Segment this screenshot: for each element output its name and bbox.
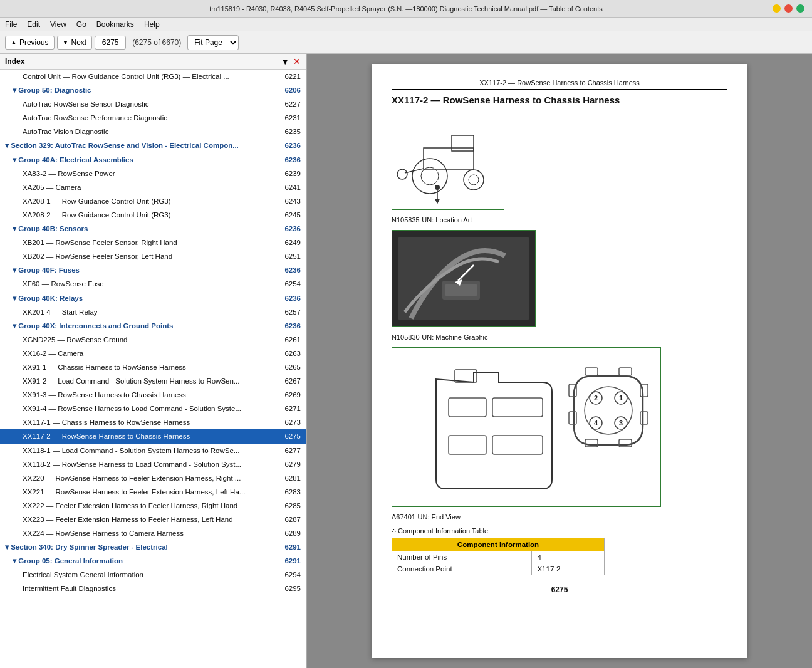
sidebar-item-page: 6271 [284,404,301,414]
sidebar-item-page: 6291 [284,542,301,552]
sidebar-item-label: XB202 — RowSense Feeler Sensor, Left Han… [23,251,279,261]
sidebar-item-page: 6254 [284,279,301,289]
sidebar-item[interactable]: ▾ Group 40F: Fuses6236 [0,263,306,277]
sidebar-item[interactable]: Control Unit — Row Guidance Control Unit… [0,70,306,83]
sidebar-item[interactable]: XX91-3 — RowSense Harness to Chassis Har… [0,388,306,402]
sidebar-item[interactable]: ▾ Group 05: General Information6291 [0,554,306,568]
main-layout: Index ▼ ✕ Control Unit — Row Guidance Co… [0,54,812,668]
sidebar-item-page: 6249 [284,237,301,248]
menu-help[interactable]: Help [144,20,160,29]
sidebar-item[interactable]: AutoTrac Vision Diagnostic6235 [0,125,306,138]
section-title: XX117-2 — RowSense Harness to Chassis Ha… [392,95,727,105]
sidebar-item-label: AutoTrac RowSense Performance Diagnostic [23,113,279,123]
sidebar-item[interactable]: XX220 — RowSense Harness to Feeler Exten… [0,471,306,485]
svg-rect-14 [445,284,477,296]
menu-bookmarks[interactable]: Bookmarks [96,20,134,29]
sidebar-item-page: 6221 [284,71,301,81]
sidebar-item[interactable]: XX221 — RowSense Harness to Feeler Exten… [0,485,306,499]
sidebar-item-page: 6295 [284,583,301,593]
sidebar-item[interactable]: XK201-4 — Start Relay6257 [0,305,306,319]
sidebar-item[interactable]: ▾ Group 50: Diagnostic6206 [0,83,306,97]
sidebar-item[interactable]: XA83-2 — RowSense Power6239 [0,167,306,180]
sidebar-item-page: 6273 [284,417,301,427]
sidebar-item[interactable]: ▾ Group 40B: Sensors6236 [0,222,306,236]
sidebar-item-label: ▾ Section 340: Dry Spinner Spreader - El… [5,542,279,552]
location-art-container [392,113,727,212]
machine-graphic-container [392,230,727,330]
sidebar-item[interactable]: ▾ Group 40X: Interconnects and Ground Po… [0,319,306,333]
sidebar-item-page: 6275 [284,431,301,441]
comp-table-row: Number of Pins4 [392,551,605,563]
sidebar-item[interactable]: XX16-2 — Camera6263 [0,347,306,360]
sidebar-item[interactable]: AutoTrac RowSense Sensor Diagnostic6227 [0,97,306,111]
sidebar-item-label: AutoTrac Vision Diagnostic [23,127,279,137]
page-input[interactable] [95,36,126,50]
sidebar-item[interactable]: XX91-1 — Chassis Harness to RowSense Har… [0,360,306,374]
sidebar-content[interactable]: Control Unit — Row Guidance Control Unit… [0,70,306,668]
comp-table-title: ∴ Component Information Table [392,527,727,535]
menu-file[interactable]: File [5,20,17,29]
sidebar-item-label: XK201-4 — Start Relay [23,307,279,317]
sidebar-item[interactable]: XA205 — Camera6241 [0,180,306,194]
caption-1: N105835-UN: Location Art [392,216,727,224]
sidebar-item[interactable]: XX118-1 — Load Command - Solution System… [0,444,306,457]
content-area[interactable]: XX117-2 — RowSense Harness to Chassis Ha… [307,54,812,668]
sidebar-item[interactable]: XA208-2 — Row Guidance Control Unit (RG3… [0,208,306,222]
sidebar-close-button[interactable]: ✕ [293,56,301,66]
previous-label: Previous [19,38,49,47]
sidebar-item[interactable]: XX224 — RowSense Harness to Camera Harne… [0,526,306,540]
sidebar-item[interactable]: XX91-2 — Load Command - Solution System … [0,374,306,388]
sidebar-item-label: XX117-2 — RowSense Harness to Chassis Ha… [23,431,279,441]
sidebar-item[interactable]: ▾ Section 340: Dry Spinner Spreader - El… [0,540,306,554]
sidebar-item[interactable]: XX118-2 — RowSense Harness to Load Comma… [0,457,306,471]
sidebar-item[interactable]: XX91-4 — RowSense Harness to Load Comman… [0,402,306,415]
sidebar-item-label: XX91-1 — Chassis Harness to RowSense Har… [23,362,279,372]
sidebar-item-label: Control Unit — Row Guidance Control Unit… [23,71,279,81]
sidebar-item[interactable]: XGND225 — RowSense Ground6261 [0,333,306,347]
maximize-button[interactable] [796,4,804,13]
sidebar-item-label: AutoTrac RowSense Sensor Diagnostic [23,99,279,109]
svg-rect-17 [392,348,660,506]
end-view-box: 2 1 4 3 [392,347,661,507]
minimize-button[interactable] [773,4,781,13]
sidebar-item-page: 6241 [284,182,301,192]
page-total: (6275 of 6670) [132,38,181,47]
sidebar-item[interactable]: XX223 — Feeler Extension Harness to Feel… [0,513,306,526]
sidebar-item-label: ▾ Group 40K: Relays [13,293,279,303]
sidebar-item[interactable]: XB201 — RowSense Feeler Sensor, Right Ha… [0,236,306,249]
next-button[interactable]: ▼ Next [57,36,93,50]
sidebar-item-label: XX222 — Feeler Extension Harness to Feel… [23,501,279,511]
sidebar-item-label: XX118-2 — RowSense Harness to Load Comma… [23,459,279,469]
sidebar-item[interactable]: XX117-1 — Chassis Harness to RowSense Ha… [0,415,306,429]
sidebar-item-label: Intermittent Fault Diagnostics [23,583,279,593]
svg-text:3: 3 [619,419,623,427]
close-button[interactable] [784,4,793,13]
sidebar-item[interactable]: XB202 — RowSense Feeler Sensor, Left Han… [0,249,306,263]
fit-page-select[interactable]: Fit Page Fit Width 50% 75% 100% 125% 150… [187,35,239,50]
sidebar-dropdown-icon[interactable]: ▼ [281,56,289,66]
sidebar-item[interactable]: AutoTrac RowSense Performance Diagnostic… [0,111,306,125]
sidebar-item-label: XX16-2 — Camera [23,348,279,358]
sidebar-item[interactable]: XX117-2 — RowSense Harness to Chassis Ha… [0,429,306,443]
sidebar-item[interactable]: XF60 — RowSense Fuse6254 [0,277,306,291]
sidebar-item[interactable]: ▾ Group 40A: Electrical Assemblies6236 [0,153,306,167]
sidebar-item[interactable]: XX222 — Feeler Extension Harness to Feel… [0,499,306,513]
title-bar: tm115819 - R4030, R4038, R4045 Self-Prop… [0,0,812,18]
sidebar-item[interactable]: ▾ Group 40K: Relays6236 [0,291,306,305]
sidebar-item[interactable]: XA208-1 — Row Guidance Control Unit (RG3… [0,194,306,208]
sidebar-item-page: 6239 [284,169,301,179]
menu-view[interactable]: View [50,20,66,29]
menu-go[interactable]: Go [76,20,86,29]
sidebar-item[interactable]: Electrical System General Information629… [0,568,306,582]
sidebar-title: Index [5,57,24,66]
sidebar-item-page: 6277 [284,446,301,456]
location-art-box [392,113,504,210]
menu-edit[interactable]: Edit [27,20,40,29]
sidebar-item-label: ▾ Group 40A: Electrical Assemblies [13,155,279,165]
comp-table-row: Connection PointX117-2 [392,563,605,575]
previous-button[interactable]: ▲ Previous [5,36,55,50]
sidebar-item[interactable]: ▾ Section 329: AutoTrac RowSense and Vis… [0,138,306,152]
sidebar-item-page: 6243 [284,196,301,206]
sidebar-item-page: 6287 [284,514,301,524]
sidebar-item[interactable]: Intermittent Fault Diagnostics6295 [0,582,306,595]
